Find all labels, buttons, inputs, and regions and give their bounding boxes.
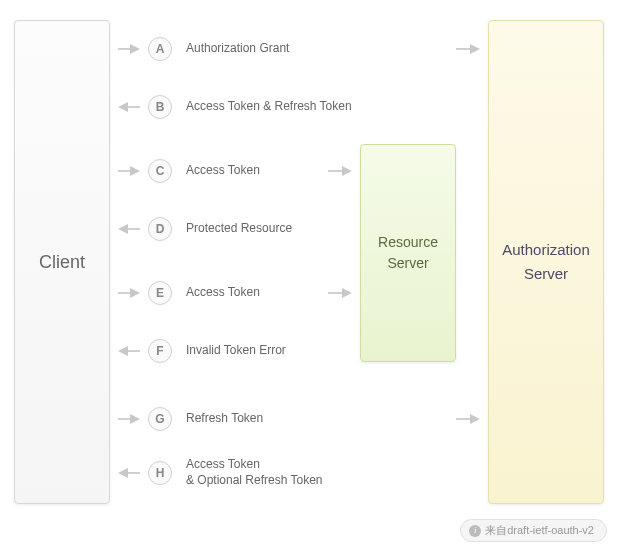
flow-step-c: CAccess Token	[118, 156, 352, 186]
source-footer: i 来自draft-ietf-oauth-v2	[460, 519, 607, 542]
step-label: Protected Resource	[186, 221, 292, 237]
svg-marker-13	[130, 288, 140, 298]
authorization-server-box: Authorization Server	[488, 20, 604, 504]
flow-step-b: BAccess Token & Refresh Token	[118, 92, 480, 122]
arrow-left-icon	[118, 223, 140, 235]
svg-marker-11	[118, 224, 128, 234]
arrow-right-icon	[118, 43, 140, 55]
step-badge: D	[148, 217, 172, 241]
arrow-right-icon	[328, 287, 352, 299]
auth-label: Authorization Server	[489, 238, 603, 286]
info-icon: i	[469, 525, 481, 537]
step-badge: C	[148, 159, 172, 183]
flow-step-h: HAccess Token & Optional Refresh Token	[118, 458, 480, 488]
flow-step-a: AAuthorization Grant	[118, 34, 480, 64]
step-badge: G	[148, 407, 172, 431]
svg-marker-17	[118, 346, 128, 356]
step-label: Access Token & Refresh Token	[186, 99, 352, 115]
svg-marker-15	[342, 288, 352, 298]
arrow-right-icon	[118, 165, 140, 177]
step-badge: E	[148, 281, 172, 305]
arrow-left-icon	[118, 345, 140, 357]
flow-step-g: GRefresh Token	[118, 404, 480, 434]
source-text: 来自draft-ietf-oauth-v2	[485, 523, 594, 538]
arrow-right-icon	[328, 165, 352, 177]
svg-marker-3	[470, 44, 480, 54]
step-label: Access Token	[186, 285, 260, 301]
svg-marker-9	[342, 166, 352, 176]
flow-step-f: FInvalid Token Error	[118, 336, 352, 366]
svg-marker-5	[118, 102, 128, 112]
resource-server-box: Resource Server	[360, 144, 456, 362]
step-badge: H	[148, 461, 172, 485]
svg-marker-1	[130, 44, 140, 54]
step-badge: B	[148, 95, 172, 119]
arrow-left-icon	[118, 101, 140, 113]
flow-step-e: EAccess Token	[118, 278, 352, 308]
step-badge: F	[148, 339, 172, 363]
arrow-right-icon	[118, 413, 140, 425]
arrow-right-icon	[456, 413, 480, 425]
step-label: Access Token & Optional Refresh Token	[186, 457, 323, 488]
step-label: Invalid Token Error	[186, 343, 286, 359]
svg-marker-7	[130, 166, 140, 176]
client-box: Client	[14, 20, 110, 504]
resource-label: Resource Server	[361, 232, 455, 274]
arrow-right-icon	[118, 287, 140, 299]
arrow-left-icon	[118, 467, 140, 479]
arrow-right-icon	[456, 43, 480, 55]
svg-marker-23	[118, 468, 128, 478]
step-label: Authorization Grant	[186, 41, 289, 57]
step-label: Refresh Token	[186, 411, 263, 427]
flow-step-d: DProtected Resource	[118, 214, 352, 244]
diagram-canvas: Client Resource Server Authorization Ser…	[0, 0, 619, 550]
client-label: Client	[39, 252, 85, 273]
step-badge: A	[148, 37, 172, 61]
svg-marker-21	[470, 414, 480, 424]
step-label: Access Token	[186, 163, 260, 179]
svg-marker-19	[130, 414, 140, 424]
